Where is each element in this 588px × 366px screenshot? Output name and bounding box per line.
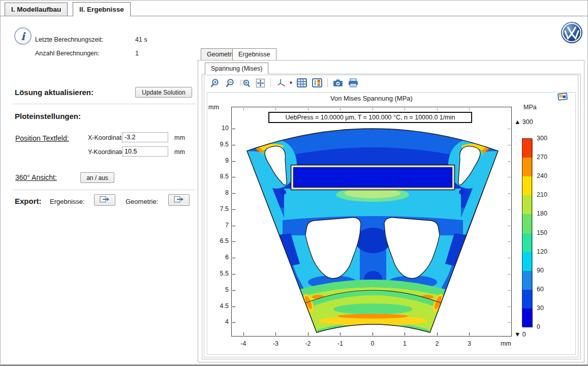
default-view-icon[interactable] (274, 77, 288, 89)
export-icon (100, 197, 110, 204)
plot-settings-heading: Ploteinstellungen: (15, 112, 81, 120)
calc-count-label: Anzahl Berechnungen: (35, 50, 99, 57)
app-window: I. Modellaufbau II. Ergebnisse i Letzte … (0, 0, 588, 366)
zoom-in-icon[interactable] (208, 77, 221, 89)
toolbar-separator (270, 78, 271, 87)
print-icon[interactable] (347, 77, 360, 89)
solution-heading: Lösung aktualisieren: (15, 88, 94, 97)
export-results-button[interactable] (94, 194, 115, 206)
toolbar-separator (327, 78, 328, 87)
y-axis-unit: mm (208, 104, 219, 111)
color-legend-icon[interactable] (311, 77, 324, 89)
tab-modellaufbau[interactable]: I. Modellaufbau (5, 3, 68, 16)
x-axis-unit: mm (501, 340, 511, 347)
colorbar-min-marker: ▼ 0 (514, 331, 526, 338)
x-unit-label: mm (174, 134, 185, 141)
zoom-extents-icon[interactable] (254, 77, 267, 89)
divider (13, 190, 196, 190)
export-icon (174, 197, 184, 204)
y-unit-label: mm (174, 148, 185, 156)
toggle-360-button[interactable]: an / aus (80, 172, 114, 183)
calc-count-value: 1 (135, 50, 139, 57)
zoom-out-icon[interactable] (223, 77, 236, 89)
export-geometry-label: Geometrie: (126, 198, 158, 205)
tab-ergebnisse[interactable]: II. Ergebnisse (73, 2, 131, 16)
position-textfield-label: Position Textfeld: (15, 134, 69, 142)
divider (13, 104, 196, 104)
plot-annotation-textbox: UebPress = 10.0000 µm, T = 100.000 °C, n… (268, 112, 472, 123)
y-coordinate-label: Y-Koordinate: (88, 148, 126, 156)
view-360-label: 360° Ansicht: (15, 173, 57, 181)
export-geometry-button[interactable] (168, 194, 190, 206)
plot-toolbar: ▼ (208, 77, 360, 89)
export-results-label: Ergebnisse: (50, 198, 85, 205)
info-icon: i (14, 27, 32, 45)
plot-window-icon[interactable] (556, 92, 569, 102)
tab-spannung-mises[interactable]: Spannung (Mises) (205, 63, 268, 74)
image-snapshot-icon[interactable] (331, 77, 345, 89)
colorbar-unit: MPa (523, 104, 537, 111)
plot-axes-frame (231, 107, 512, 337)
y-coordinate-input[interactable] (122, 146, 168, 157)
last-calc-time-value: 41 s (135, 36, 147, 43)
grid-icon[interactable] (295, 77, 308, 89)
zoom-box-icon[interactable] (238, 77, 252, 89)
stress-contour-plot (232, 107, 511, 336)
colorbar-max-marker: ▲ 300 (514, 118, 533, 126)
vw-logo (561, 21, 583, 44)
chevron-down-icon[interactable]: ▼ (289, 80, 293, 85)
plot-title: Von Mises Spannung (MPa) (232, 95, 511, 102)
tab-ergebnisse-inner[interactable]: Ergebnisse (232, 48, 276, 60)
last-calc-time-label: Letzte Berechnungszeit: (35, 36, 103, 43)
x-coordinate-input[interactable] (122, 132, 168, 142)
x-coordinate-label: X-Koordinate: (88, 134, 127, 141)
update-solution-button[interactable]: Update Solution (135, 87, 192, 98)
export-heading: Export: (15, 197, 42, 205)
